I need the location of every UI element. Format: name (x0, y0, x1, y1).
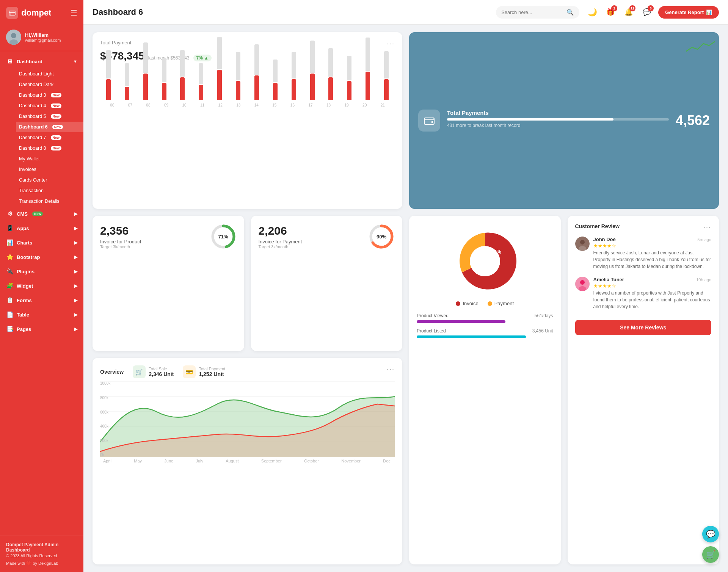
plugins-section[interactable]: 🔌 Plugins ▶ (0, 264, 83, 279)
product-viewed-stat: Product Viewed 561/days (417, 313, 553, 323)
bar-group-12 (323, 48, 339, 100)
badge-new-d5: New (51, 114, 62, 119)
sidebar-item-cards-center[interactable]: Cards Center (16, 175, 83, 185)
bar-chart-wrap: 06070809101112131415161718192021 (100, 66, 395, 108)
sidebar-item-dashboard-dark[interactable]: Dashboard Dark (16, 79, 83, 90)
invoices-label: Invoices (19, 167, 36, 172)
dashboard-sub-menu: Dashboard Light Dashboard Dark Dashboard… (0, 69, 83, 207)
my-wallet-label: My Wallet (19, 156, 39, 161)
dashboard-arrow: ▼ (73, 59, 77, 64)
bar-x-label-11: 17 (301, 103, 320, 107)
product-viewed-header: Product Viewed 561/days (417, 313, 553, 318)
x-label-september: September (261, 459, 282, 463)
legend-invoice-label: Invoice (463, 301, 478, 306)
notification-btn[interactable]: 🔔 12 (622, 5, 635, 19)
review-header: Customer Review ··· (575, 223, 712, 231)
pages-section[interactable]: 📑 Pages ▶ (0, 322, 83, 336)
see-more-reviews-button[interactable]: See More Reviews (575, 320, 712, 335)
trend-value: 7% (196, 55, 203, 61)
reviewer-2-stars: ★★★★☆ (593, 283, 712, 289)
dashboard-6-label: Dashboard 6 (19, 124, 48, 130)
total-payment-dots[interactable]: ··· (387, 40, 395, 48)
bar-group-4 (174, 50, 191, 100)
reviewer-2-avatar (575, 277, 590, 291)
cms-section[interactable]: ⚙ CMS New ▶ (0, 207, 83, 221)
bar-group-7 (230, 52, 246, 100)
invoice-payment-info: 2,206 Invoice for Payment Target 3k/mont… (259, 224, 302, 249)
dashboard-icon: ⊞ (6, 58, 14, 65)
sidebar-item-dashboard-4[interactable]: Dashboard 4 New (16, 100, 83, 111)
page-title: Dashboard 6 (93, 7, 490, 17)
blue-card-title: Total Payments (447, 110, 669, 116)
invoice-product-target: Target 3k/month (100, 244, 141, 249)
generate-report-button[interactable]: Generate Report 📊 (658, 6, 719, 19)
forms-icon: 📋 (6, 297, 14, 304)
message-btn[interactable]: 💬 5 (640, 5, 654, 19)
sidebar-item-dashboard-8[interactable]: Dashboard 8 New (16, 143, 83, 154)
badge-new-d4: New (51, 103, 62, 108)
overview-header: Overview 🛒 Total Sale 2,346 Unit 💳 (100, 365, 395, 378)
dark-mode-btn[interactable]: 🌙 (585, 5, 599, 19)
sidebar-item-transaction[interactable]: Transaction (16, 185, 83, 196)
svg-text:62%: 62% (475, 260, 488, 266)
sidebar-item-my-wallet[interactable]: My Wallet (16, 154, 83, 164)
area-chart-wrap: 1000k 800k 600k 400k 200k 0k (100, 381, 395, 457)
blue-payments-card: Total Payments 431 more to break last mo… (409, 32, 719, 209)
legend-payment-label: Payment (494, 301, 514, 306)
search-input[interactable] (501, 9, 563, 15)
content-grid: Total Payment ··· $678,345 last month $5… (83, 25, 728, 572)
hamburger-btn[interactable]: ☰ (71, 8, 77, 17)
svg-text:38%: 38% (491, 249, 502, 255)
charts-section[interactable]: 📊 Charts ▶ (0, 235, 83, 250)
bar-gray-11 (310, 41, 315, 73)
table-section[interactable]: 📄 Table ▶ (0, 307, 83, 322)
sidebar-item-invoices[interactable]: Invoices (16, 164, 83, 175)
sidebar-item-dashboard-7[interactable]: Dashboard 7 New (16, 132, 83, 143)
trend-up-icon: ▲ (204, 55, 209, 61)
dashboard-section[interactable]: ⊞ Dashboard ▼ (0, 54, 83, 69)
footer-title: Dompet Payment Admin Dashboard (6, 542, 77, 553)
bar-chart-icon: 📊 (706, 9, 712, 15)
topbar: Dashboard 6 🔍 🌙 🎁 2 🔔 12 💬 5 Generate Re… (83, 0, 728, 25)
sidebar: dompet ☰ Hi,William william@gmail.com ⊞ … (0, 0, 83, 572)
bootstrap-section[interactable]: ⭐ Bootstrap ▶ (0, 250, 83, 264)
search-icon[interactable]: 🔍 (566, 9, 574, 16)
apps-section[interactable]: 📱 Apps ▶ (0, 221, 83, 235)
bar-gray-15 (384, 51, 389, 78)
product-stats: Product Viewed 561/days Product Listed 3… (417, 313, 553, 338)
product-listed-stat: Product Listed 3,456 Unit (417, 328, 553, 338)
bar-group-11 (304, 41, 321, 100)
invoice-product-number: 2,356 (100, 224, 141, 237)
blue-progress-bar-wrap (447, 118, 669, 121)
bar-x-label-10: 16 (284, 103, 302, 107)
bar-red-13 (347, 81, 351, 100)
gift-btn[interactable]: 🎁 2 (604, 5, 617, 19)
total-payment-title: Total Payment (100, 40, 131, 45)
bar-gray-6 (217, 37, 222, 69)
bar-x-label-7: 13 (229, 103, 248, 107)
sidebar-item-dashboard-6[interactable]: Dashboard 6 New (16, 122, 83, 132)
widget-arrow: ▶ (74, 284, 77, 288)
bootstrap-icon: ⭐ (6, 254, 14, 260)
sidebar-item-transaction-details[interactable]: Transaction Details (16, 196, 83, 207)
forms-section[interactable]: 📋 Forms ▶ (0, 293, 83, 307)
overview-payment-label: Total Payment (199, 367, 225, 371)
sidebar-item-dashboard-5[interactable]: Dashboard 5 New (16, 111, 83, 122)
bar-x-label-5: 11 (193, 103, 212, 107)
widget-section[interactable]: 🧩 Widget ▶ (0, 279, 83, 293)
chat-float-button[interactable]: 💬 (702, 526, 719, 542)
cart-float-button[interactable]: 🛒 (702, 546, 719, 563)
overview-dots[interactable]: ··· (387, 365, 395, 373)
pages-label: Pages (17, 326, 31, 332)
plugins-arrow: ▶ (74, 269, 77, 274)
x-label-november: November (341, 459, 361, 463)
review-dots[interactable]: ··· (703, 223, 711, 231)
notif-badge: 12 (629, 5, 635, 11)
sidebar-header: dompet ☰ (0, 0, 83, 26)
invoice-payment-donut: 90% (368, 223, 395, 250)
bar-x-label-13: 19 (337, 103, 356, 107)
pages-arrow: ▶ (74, 327, 77, 332)
sidebar-item-dashboard-3[interactable]: Dashboard 3 New (16, 90, 83, 100)
cms-new-badge: New (32, 212, 43, 216)
sidebar-item-dashboard-light[interactable]: Dashboard Light (16, 69, 83, 79)
